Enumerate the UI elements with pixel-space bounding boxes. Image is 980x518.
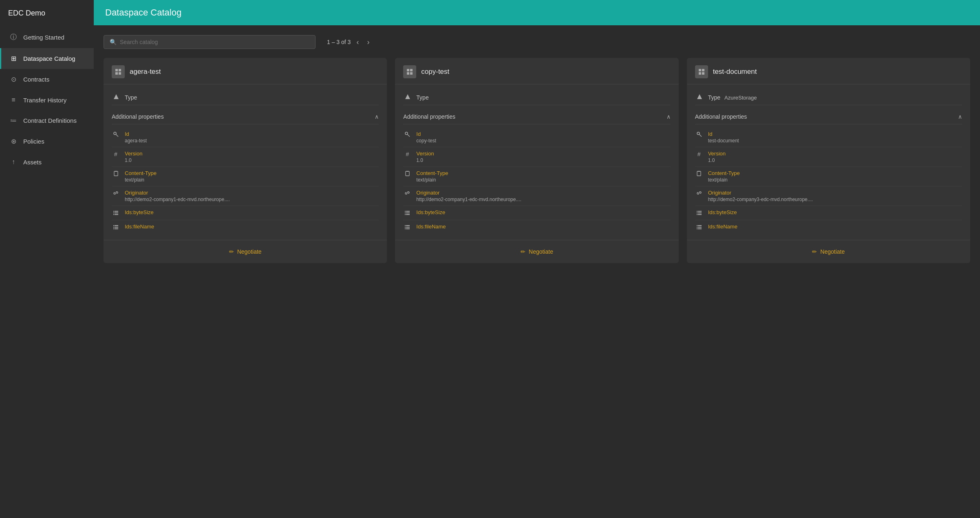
sidebar-item-policies[interactable]: ⊛Policies — [0, 131, 94, 152]
svg-rect-21 — [407, 69, 409, 71]
sidebar-nav: ⓘGetting Started⊞Dataspace Catalog⊙Contr… — [0, 27, 94, 172]
prop-value-test-document-1: 1.0 — [708, 157, 726, 163]
prop-content-test-document-1: Version1.0 — [708, 151, 726, 163]
card-footer-agera-test: ✏Negotiate — [104, 240, 387, 263]
contracts-icon: ⊙ — [9, 75, 18, 83]
svg-rect-38 — [405, 227, 406, 228]
svg-marker-25 — [405, 94, 410, 99]
prop-row-copy-test-4: Ids:byteSize — [403, 206, 670, 220]
search-icon: 🔍 — [110, 39, 117, 45]
sidebar-label-dataspace-catalog: Dataspace Catalog — [23, 55, 75, 62]
prop-row-agera-test-0: Idagera-test — [112, 128, 379, 147]
prop-content-agera-test-1: Version1.0 — [125, 151, 142, 163]
sidebar-item-contracts[interactable]: ⊙Contracts — [0, 69, 94, 90]
prop-name-copy-test-3: Originator — [416, 190, 521, 196]
assets-icon: ↑ — [9, 158, 18, 166]
pagination: 1 – 3 of 3 ‹ › — [327, 37, 372, 47]
chevron-up-icon-agera-test: ∧ — [375, 113, 379, 120]
prop-row-copy-test-1: #Version1.0 — [403, 147, 670, 167]
type-row-copy-test: Type — [403, 90, 670, 105]
transfer-history-icon: ≡ — [9, 96, 18, 104]
svg-line-6 — [116, 135, 119, 137]
svg-rect-33 — [406, 213, 410, 213]
negotiate-button-copy-test[interactable]: ✏Negotiate — [512, 246, 561, 257]
policies-icon: ⊛ — [9, 137, 18, 145]
card-title-agera-test: agera-test — [130, 68, 161, 76]
svg-point-5 — [114, 132, 116, 135]
prop-row-test-document-1: #Version1.0 — [695, 147, 962, 167]
svg-rect-7 — [114, 171, 118, 176]
prop-name-copy-test-2: Content-Type — [416, 170, 448, 176]
prop-name-agera-test-4: Ids:byteSize — [125, 209, 154, 215]
pagination-label: 1 – 3 of 3 — [327, 39, 351, 45]
svg-rect-30 — [405, 211, 406, 212]
svg-rect-1 — [119, 69, 121, 71]
svg-line-27 — [408, 135, 410, 137]
svg-rect-39 — [406, 227, 410, 228]
sidebar-item-transfer-history[interactable]: ≡Transfer History — [0, 90, 94, 110]
type-row-agera-test: Type — [112, 90, 379, 105]
type-label-test-document: Type — [708, 94, 720, 101]
negotiate-button-test-document[interactable]: ✏Negotiate — [804, 246, 853, 257]
svg-rect-8 — [115, 171, 117, 172]
additional-props-header-copy-test[interactable]: Additional properties∧ — [403, 109, 670, 124]
negotiate-label-copy-test: Negotiate — [529, 248, 553, 255]
svg-rect-10 — [115, 211, 118, 212]
sidebar-label-contracts: Contracts — [23, 76, 49, 83]
additional-props-header-test-document[interactable]: Additional properties∧ — [695, 109, 962, 124]
sidebar-label-policies: Policies — [23, 138, 44, 145]
svg-rect-28 — [406, 171, 409, 176]
svg-rect-59 — [697, 227, 697, 228]
list-icon-copy-test-5 — [403, 224, 411, 231]
prop-row-agera-test-2: Content-Typetext/plain — [112, 167, 379, 186]
list-icon-test-document-5 — [695, 224, 703, 231]
cards-grid: agera-testTypeAdditional properties∧Idag… — [104, 58, 970, 263]
prop-content-test-document-2: Content-Typetext/plain — [708, 170, 740, 183]
sidebar-item-contract-definitions[interactable]: ≔Contract Definitions — [0, 110, 94, 131]
prop-row-test-document-0: Idtest-document — [695, 128, 962, 147]
card-footer-copy-test: ✏Negotiate — [395, 240, 678, 263]
prop-name-copy-test-4: Ids:byteSize — [416, 209, 445, 215]
prop-row-test-document-4: Ids:byteSize — [695, 206, 962, 220]
getting-started-icon: ⓘ — [9, 33, 18, 42]
next-page-button[interactable]: › — [364, 37, 372, 47]
prop-content-agera-test-4: Ids:byteSize — [125, 209, 154, 215]
prop-name-agera-test-0: Id — [125, 131, 147, 137]
negotiate-label-agera-test: Negotiate — [237, 248, 262, 255]
prop-name-agera-test-1: Version — [125, 151, 142, 157]
chevron-up-icon-copy-test: ∧ — [667, 113, 671, 120]
search-row: 🔍 1 – 3 of 3 ‹ › — [104, 35, 970, 49]
svg-rect-42 — [699, 69, 701, 71]
list-icon-agera-test-5 — [112, 224, 120, 231]
svg-rect-61 — [697, 228, 697, 229]
sidebar-item-assets[interactable]: ↑Assets — [0, 152, 94, 172]
prop-name-test-document-4: Ids:byteSize — [708, 209, 737, 215]
sidebar-label-assets: Assets — [23, 159, 42, 166]
prop-content-test-document-4: Ids:byteSize — [708, 209, 737, 215]
svg-rect-14 — [115, 214, 118, 215]
prop-name-test-document-5: Ids:fileName — [708, 224, 737, 230]
prop-value-agera-test-1: 1.0 — [125, 157, 142, 163]
additional-props-header-agera-test[interactable]: Additional properties∧ — [112, 109, 379, 124]
prop-content-agera-test-3: Originatorhttp://demo2-company1-edc-mvd.… — [125, 190, 230, 202]
prop-value-copy-test-0: copy-test — [416, 138, 436, 144]
prev-page-button[interactable]: ‹ — [354, 37, 361, 47]
sidebar-label-transfer-history: Transfer History — [23, 97, 66, 104]
prop-value-test-document-0: test-document — [708, 138, 739, 144]
card-body-test-document: TypeAzureStorageAdditional properties∧Id… — [687, 84, 970, 240]
key-icon-copy-test-0 — [403, 131, 411, 138]
svg-rect-34 — [405, 214, 406, 215]
sidebar-item-getting-started[interactable]: ⓘGetting Started — [0, 27, 94, 48]
card-agera-test: agera-testTypeAdditional properties∧Idag… — [104, 58, 387, 263]
negotiate-button-agera-test[interactable]: ✏Negotiate — [221, 246, 270, 257]
prop-value-copy-test-1: 1.0 — [416, 157, 434, 163]
prop-row-test-document-5: Ids:fileName — [695, 220, 962, 234]
svg-rect-52 — [698, 211, 702, 212]
svg-rect-35 — [406, 214, 410, 215]
sidebar-item-dataspace-catalog[interactable]: ⊞Dataspace Catalog — [0, 48, 94, 69]
search-input[interactable] — [120, 39, 309, 45]
type-icon-copy-test — [403, 93, 412, 102]
clipboard-icon-test-document-2 — [695, 170, 703, 177]
prop-content-test-document-5: Ids:fileName — [708, 224, 737, 230]
svg-rect-62 — [698, 228, 702, 229]
